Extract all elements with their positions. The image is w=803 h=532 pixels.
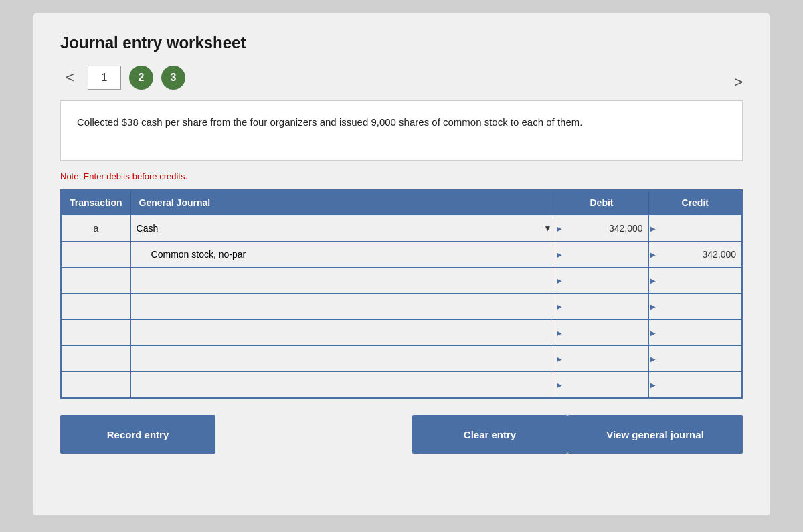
journal-cell[interactable]: Common stock, no-par xyxy=(130,242,555,268)
credit-row-arrow-icon: ▶ xyxy=(650,303,656,311)
table-row: aCash▼▶342,000▶ xyxy=(61,215,742,242)
table-row: Common stock, no-par▶▶342,000 xyxy=(61,242,742,268)
description-text: Collected $38 cash per share from the fo… xyxy=(77,116,582,128)
transaction-cell xyxy=(61,294,130,320)
next-arrow[interactable]: > xyxy=(734,74,743,91)
debit-cell[interactable]: ▶ xyxy=(555,372,648,399)
table-header-row: Transaction General Journal Debit Credit xyxy=(61,190,742,215)
credit-cell[interactable]: ▶ xyxy=(648,215,742,242)
debit-row-arrow-icon: ▶ xyxy=(557,329,562,337)
tab-2[interactable]: 2 xyxy=(129,66,153,90)
credit-row-arrow-icon: ▶ xyxy=(650,225,656,232)
credit-row-arrow-icon: ▶ xyxy=(650,355,656,363)
transaction-cell: a xyxy=(61,215,130,242)
credit-cell[interactable]: ▶ xyxy=(648,372,742,399)
journal-cell[interactable] xyxy=(130,294,555,320)
record-entry-button[interactable]: Record entry xyxy=(60,415,215,454)
journal-cell[interactable] xyxy=(130,346,555,372)
debit-row-arrow-icon: ▶ xyxy=(557,303,562,311)
debit-cell[interactable]: ▶ xyxy=(555,294,648,320)
transaction-cell xyxy=(61,320,130,346)
credit-cell[interactable]: ▶ xyxy=(648,346,742,372)
table-row: ▶▶ xyxy=(61,268,742,294)
debit-row-arrow-icon: ▶ xyxy=(557,381,562,389)
transaction-cell xyxy=(61,346,130,372)
debit-cell[interactable]: ▶ xyxy=(555,346,648,372)
debit-row-arrow-icon: ▶ xyxy=(557,355,562,363)
debit-row-arrow-icon: ▶ xyxy=(557,251,562,258)
journal-cell[interactable] xyxy=(130,320,555,346)
dropdown-arrow-icon[interactable]: ▼ xyxy=(544,224,552,233)
credit-row-arrow-icon: ▶ xyxy=(650,329,656,337)
clear-entry-button[interactable]: Clear entry xyxy=(412,415,567,454)
credit-cell[interactable]: ▶ xyxy=(648,320,742,346)
debit-row-arrow-icon: ▶ xyxy=(557,277,562,284)
table-row: ▶▶ xyxy=(61,294,742,320)
note-text: Note: Enter debits before credits. xyxy=(60,171,743,181)
debit-cell[interactable]: ▶ xyxy=(555,242,648,268)
transaction-cell xyxy=(61,372,130,399)
table-row: ▶▶ xyxy=(61,372,742,399)
header-credit: Credit xyxy=(648,190,742,215)
debit-cell[interactable]: ▶ xyxy=(555,320,648,346)
page-title: Journal entry worksheet xyxy=(60,33,743,52)
journal-cell[interactable]: Cash▼ xyxy=(130,215,555,242)
journal-table: Transaction General Journal Debit Credit… xyxy=(60,189,743,399)
tab-1[interactable]: 1 xyxy=(88,66,121,90)
header-debit: Debit xyxy=(555,190,648,215)
debit-row-arrow-icon: ▶ xyxy=(557,225,562,232)
transaction-cell xyxy=(61,242,130,268)
table-row: ▶▶ xyxy=(61,320,742,346)
credit-row-arrow-icon: ▶ xyxy=(650,381,656,389)
header-transaction: Transaction xyxy=(61,190,130,215)
credit-cell[interactable]: ▶342,000 xyxy=(648,242,742,268)
credit-cell[interactable]: ▶ xyxy=(648,294,742,320)
credit-row-arrow-icon: ▶ xyxy=(650,277,656,284)
debit-cell[interactable]: ▶ xyxy=(555,268,648,294)
journal-cell[interactable] xyxy=(130,372,555,399)
debit-cell[interactable]: ▶342,000 xyxy=(555,215,648,242)
header-journal: General Journal xyxy=(130,190,555,215)
table-row: ▶▶ xyxy=(61,346,742,372)
credit-cell[interactable]: ▶ xyxy=(648,268,742,294)
tab-3[interactable]: 3 xyxy=(161,66,185,90)
view-journal-button[interactable]: View general journal xyxy=(567,415,743,454)
transaction-cell xyxy=(61,268,130,294)
buttons-row: Record entry Clear entry View general jo… xyxy=(60,415,743,454)
prev-arrow[interactable]: < xyxy=(60,68,80,88)
page-container: Journal entry worksheet < 1 2 3 > Collec… xyxy=(33,13,770,515)
credit-row-arrow-icon: ▶ xyxy=(650,251,656,258)
description-box: Collected $38 cash per share from the fo… xyxy=(60,100,743,161)
nav-row: < 1 2 3 xyxy=(60,66,743,90)
journal-cell[interactable] xyxy=(130,268,555,294)
